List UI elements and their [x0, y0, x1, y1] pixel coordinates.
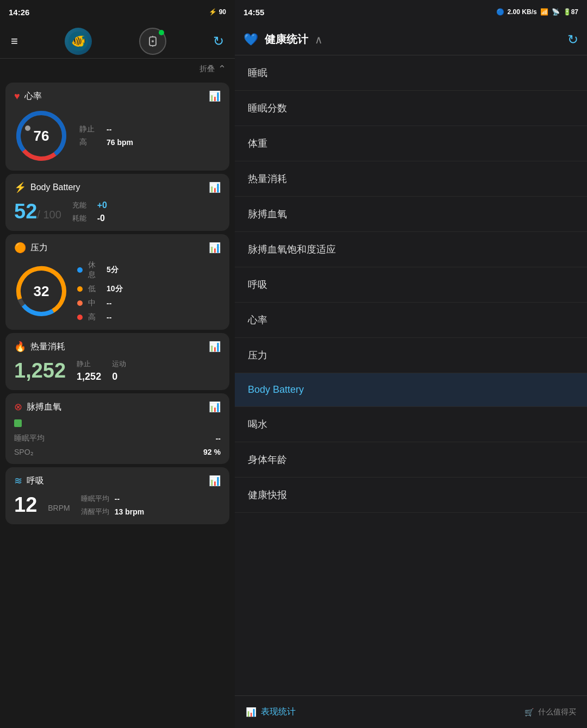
menu-item-spo2-adapt[interactable]: 脉搏血氧饱和度适应	[235, 232, 587, 267]
watch-indicator[interactable]	[139, 28, 166, 55]
pressure-stat-low: 低 10分	[77, 284, 123, 294]
svg-text:🐠: 🐠	[71, 34, 86, 48]
heart-rate-circle: 76	[14, 109, 68, 163]
right-top-nav: 💙 健康统计 ∧ ↻	[235, 24, 587, 55]
right-time: 14:55	[243, 8, 264, 17]
wifi-icon: 📶	[540, 8, 548, 16]
fold-header[interactable]: 折叠 ⌃	[0, 59, 235, 79]
body-battery-stats: 充能 +0 耗能 -0	[72, 200, 107, 223]
fold-chevron-icon: ⌃	[218, 63, 226, 75]
calories-card: 🔥 热量消耗 📊 1,252 静止 1,252 运动 0	[5, 333, 229, 390]
breath-title: ≋ 呼吸	[14, 475, 44, 487]
hr-stat-high: 高 76 bpm	[79, 137, 133, 147]
menu-item-heartrate[interactable]: 心率	[235, 303, 587, 338]
bb-stat-charge: 充能 +0	[72, 200, 107, 210]
menu-item-health-news[interactable]: 健康快报	[235, 478, 587, 513]
menu-item-weight[interactable]: 体重	[235, 126, 587, 161]
menu-item-breath[interactable]: 呼吸	[235, 267, 587, 303]
pressure-stat-mid: 中 --	[77, 298, 123, 308]
spo2-row-value: SPO₂ 92 %	[14, 448, 221, 456]
body-battery-title: ⚡ Body Battery	[14, 181, 80, 193]
body-battery-chart-icon[interactable]: 📊	[209, 181, 221, 193]
heart-rate-chart-icon[interactable]: 📊	[209, 90, 221, 102]
breath-stat-awake: 清醒平均 13 brpm	[81, 507, 144, 517]
body-battery-icon: ⚡	[14, 181, 26, 193]
breath-value: 12	[14, 493, 37, 517]
pressure-icon: 🟠	[14, 242, 26, 254]
breath-stats: 睡眠平均 -- 清醒平均 13 brpm	[81, 494, 144, 517]
menu-item-sleep-score[interactable]: 睡眠分数	[235, 91, 587, 126]
breath-unit: BRPM	[48, 504, 70, 512]
watch-online-dot	[159, 30, 164, 35]
flame-icon: 🔥	[14, 341, 26, 353]
spo2-icon: ⊗	[14, 401, 22, 413]
heart-rate-value: 76	[34, 128, 49, 145]
spo2-chart-icon[interactable]: 📊	[209, 401, 221, 413]
app-logo: 🐠	[65, 28, 92, 55]
body-battery-header: ⚡ Body Battery 📊	[14, 181, 221, 193]
body-battery-body: 52/ 100 充能 +0 耗能 -0	[14, 200, 221, 223]
heart-rate-title: ♥ 心率	[14, 91, 42, 102]
menu-list: 睡眠 睡眠分数 体重 热量消耗 脉搏血氧 脉搏血氧饱和度适应 呼吸 心率 压力 …	[235, 55, 587, 695]
svg-point-9	[25, 125, 30, 131]
menu-item-body-age[interactable]: 身体年龄	[235, 442, 587, 478]
calories-stats: 静止 1,252 运动 0	[77, 359, 126, 382]
zhide-icon: 🛒	[524, 708, 534, 717]
fold-label: 折叠	[199, 64, 215, 74]
menu-item-calories[interactable]: 热量消耗	[235, 161, 587, 197]
heart-rate-card: ♥ 心率 📊 76	[5, 83, 229, 171]
dot-high	[77, 315, 83, 320]
pressure-stats: 休息 5分 低 10分 中 -- 高	[77, 260, 123, 322]
spo2-title: ⊗ 脉搏血氧	[14, 401, 61, 413]
body-battery-value: 52	[14, 200, 37, 223]
pressure-body: 32 休息 5分 低 10分 中	[14, 260, 221, 322]
left-status-icons: ⚡ 90	[209, 8, 226, 16]
calories-chart-icon[interactable]: 📊	[209, 341, 221, 353]
health-section-header[interactable]: 💙 健康统计 ∧	[243, 32, 559, 47]
right-panel: 14:55 🔵 2.00 KB/s 📶 📡 🔋87 💙 健康统计 ∧ ↻ 睡眠 …	[235, 0, 587, 728]
spo2-green-indicator	[14, 419, 22, 427]
calories-title: 🔥 热量消耗	[14, 341, 65, 353]
heart-rate-stats: 静止 -- 高 76 bpm	[79, 124, 133, 147]
menu-item-sleep[interactable]: 睡眠	[235, 55, 587, 91]
pressure-title: 🟠 压力	[14, 242, 48, 254]
pressure-stat-high: 高 --	[77, 312, 123, 322]
bar-chart-icon: 📊	[246, 707, 257, 717]
refresh-icon[interactable]: ↻	[213, 34, 224, 49]
heart-rate-body: 76 静止 -- 高 76 bpm	[14, 109, 221, 163]
health-heart-icon: 💙	[243, 33, 258, 47]
menu-item-body-battery[interactable]: Body Battery	[235, 373, 587, 407]
menu-item-water[interactable]: 喝水	[235, 407, 587, 442]
menu-item-pressure[interactable]: 压力	[235, 338, 587, 373]
dot-rest	[77, 267, 83, 273]
cal-stat-exercise: 运动 0	[112, 359, 126, 382]
menu-icon[interactable]: ≡	[11, 34, 18, 48]
breath-stat-sleep: 睡眠平均 --	[81, 494, 144, 504]
signal-icon: 📡	[552, 8, 560, 16]
spo2-card: ⊗ 脉搏血氧 📊 睡眠平均 -- SPO₂ 92 %	[5, 393, 229, 464]
breath-chart-icon[interactable]: 📊	[209, 475, 221, 487]
dot-low	[77, 286, 83, 292]
right-bottom-nav: 📊 表现统计 🛒 什么值得买	[235, 695, 587, 728]
left-battery: 90	[219, 8, 226, 16]
spo2-header: ⊗ 脉搏血氧 📊	[14, 401, 221, 413]
right-refresh-icon[interactable]: ↻	[567, 32, 578, 47]
dot-mid	[77, 300, 83, 306]
breath-header: ≋ 呼吸 📊	[14, 475, 221, 487]
pressure-chart-icon[interactable]: 📊	[209, 242, 221, 254]
bb-stat-drain: 耗能 -0	[72, 214, 107, 223]
health-title: 健康统计	[265, 32, 308, 47]
performance-label: 表现统计	[261, 706, 296, 718]
performance-stats-nav[interactable]: 📊 表现统计	[246, 706, 296, 718]
calories-body: 1,252 静止 1,252 运动 0	[14, 359, 221, 382]
body-battery-value-container: 52/ 100	[14, 200, 61, 223]
left-time: 14:26	[9, 8, 29, 17]
breath-icon: ≋	[14, 475, 22, 487]
body-battery-card: ⚡ Body Battery 📊 52/ 100 充能 +0 耗能 -0	[5, 174, 229, 231]
menu-item-spo2[interactable]: 脉搏血氧	[235, 197, 587, 232]
breath-body: 12 BRPM 睡眠平均 -- 清醒平均 13 brpm	[14, 493, 221, 517]
zhide-nav[interactable]: 🛒 什么值得买	[524, 707, 576, 717]
heart-rate-header: ♥ 心率 📊	[14, 90, 221, 102]
pressure-header: 🟠 压力 📊	[14, 242, 221, 254]
collapse-chevron-icon[interactable]: ∧	[315, 33, 323, 46]
